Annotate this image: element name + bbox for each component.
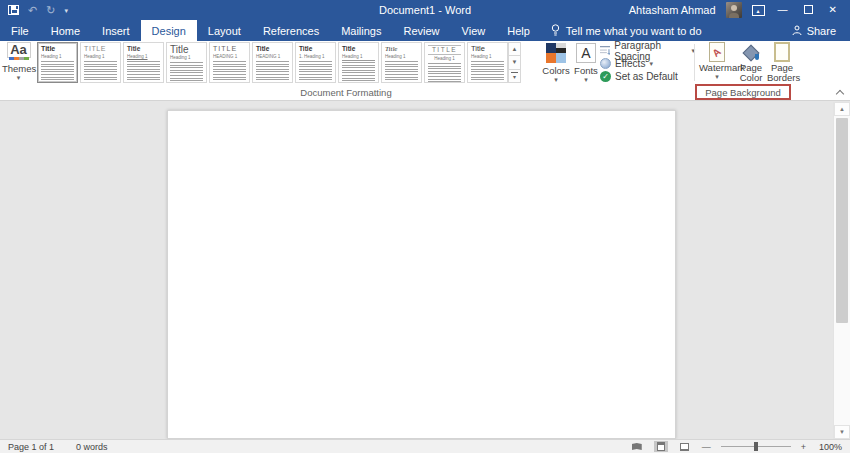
tab-insert[interactable]: Insert <box>91 20 141 41</box>
page-background-group-label: Page Background <box>705 87 781 98</box>
word-window: ↶ ↻ ▾ Document1 - Word Ahtasham Ahmad ▴ … <box>0 0 850 453</box>
thumbnail-body-lines <box>84 61 117 80</box>
watermark-label: Watermark <box>699 63 735 73</box>
scroll-down-icon[interactable]: ▼ <box>834 425 850 439</box>
style-set-thumbnail[interactable]: Title Heading 1 <box>123 42 164 83</box>
fonts-button[interactable]: A Fonts ▾ <box>572 42 600 83</box>
style-set-thumbnail[interactable]: Title Heading 1 <box>338 42 379 83</box>
restore-button[interactable] <box>801 5 816 16</box>
fonts-icon: A <box>576 43 596 63</box>
colors-label: Colors <box>540 65 572 76</box>
thumbnail-body-lines <box>170 62 203 81</box>
colors-button[interactable]: Colors ▾ <box>540 42 572 83</box>
effects-icon <box>600 58 611 69</box>
set-as-default-button[interactable]: ✓ Set as Default <box>600 70 695 83</box>
thumbnail-body-lines <box>471 61 504 80</box>
user-avatar[interactable] <box>726 2 742 18</box>
page-borders-label-2: Borders <box>767 73 797 83</box>
status-right: — + 100% <box>630 441 850 452</box>
paragraph-spacing-icon <box>600 45 610 56</box>
share-person-icon <box>792 25 802 36</box>
style-set-thumbnail[interactable]: Title Heading 1 <box>467 42 508 83</box>
tab-references[interactable]: References <box>252 20 330 41</box>
web-layout-button[interactable] <box>678 441 692 452</box>
zoom-out-button[interactable]: — <box>702 442 711 452</box>
print-layout-button[interactable] <box>654 441 668 452</box>
lightbulb-icon <box>551 24 560 37</box>
style-set-thumbnail[interactable]: TITLE Heading 1 <box>424 42 465 83</box>
tab-layout[interactable]: Layout <box>197 20 252 41</box>
thumbnail-body-lines <box>256 61 289 80</box>
read-mode-button[interactable] <box>630 441 644 452</box>
close-button[interactable]: ✕ <box>826 5 840 15</box>
fonts-label: Fonts <box>572 65 600 76</box>
user-name[interactable]: Ahtasham Ahmad <box>629 4 716 16</box>
ribbon-display-options-icon[interactable]: ▴ <box>752 5 765 16</box>
chevron-down-icon: ▾ <box>540 76 572 83</box>
themes-button[interactable]: Aa Themes ▾ <box>2 42 35 83</box>
read-mode-icon <box>632 443 642 450</box>
zoom-level[interactable]: 100% <box>816 442 842 452</box>
tab-view[interactable]: View <box>451 20 497 41</box>
tab-design[interactable]: Design <box>141 20 197 41</box>
document-canvas-area: ▲ ▼ <box>0 102 850 439</box>
title-bar: ↶ ↻ ▾ Document1 - Word Ahtasham Ahmad ▴ … <box>0 0 850 20</box>
minimize-button[interactable]: — <box>775 5 791 15</box>
tab-review[interactable]: Review <box>393 20 451 41</box>
chevron-down-icon: ▾ <box>2 74 35 81</box>
paragraph-spacing-button[interactable]: Paragraph Spacing ▾ <box>600 44 695 57</box>
chevron-down-icon: ▾ <box>699 73 735 80</box>
thumbnail-body-lines <box>428 63 461 82</box>
tell-me-box[interactable]: Tell me what you want to do <box>541 20 712 41</box>
tab-file[interactable]: File <box>0 20 40 41</box>
gallery-more-button[interactable]: ▾ <box>508 70 521 83</box>
gallery-scroll-up-button[interactable]: ▲ <box>508 42 521 56</box>
thumbnail-body-lines <box>299 61 332 80</box>
checkmark-icon: ✓ <box>600 71 611 82</box>
style-set-thumbnail[interactable]: Title Heading 1 <box>166 42 207 83</box>
thumbnail-body-lines <box>342 62 375 81</box>
style-set-thumbnail[interactable]: TITLE Heading 1 <box>80 42 121 83</box>
collapse-ribbon-icon[interactable] <box>837 89 844 96</box>
tell-me-label: Tell me what you want to do <box>566 25 702 37</box>
share-button[interactable]: Share <box>792 20 850 41</box>
zoom-slider-thumb[interactable] <box>754 442 758 451</box>
document-page[interactable] <box>167 110 676 439</box>
ribbon-group-labels: Document Formatting Page Background <box>0 84 850 101</box>
effects-label: Effects <box>615 58 645 69</box>
gallery-scroll-controls: ▲ ▼ ▾ <box>508 42 521 83</box>
thumbnail-body-lines <box>41 61 74 80</box>
scrollbar-thumb[interactable] <box>836 118 848 323</box>
style-set-thumbnail[interactable]: Title Heading 1 <box>37 42 78 83</box>
word-count[interactable]: 0 words <box>76 442 108 452</box>
style-set-thumbnail[interactable]: Title 1. Heading 1 <box>295 42 336 83</box>
zoom-in-button[interactable]: + <box>801 442 806 452</box>
paint-bucket-icon <box>742 43 760 61</box>
style-set-thumbnail[interactable]: Title Heading 1 <box>381 42 422 83</box>
titlebar-controls: Ahtasham Ahmad ▴ — ✕ <box>629 2 850 18</box>
page-borders-button[interactable]: Page Borders <box>767 42 797 83</box>
gallery-scroll-down-button[interactable]: ▼ <box>508 56 521 69</box>
tab-help[interactable]: Help <box>496 20 541 41</box>
watermark-button[interactable]: A Watermark ▾ <box>699 42 735 80</box>
colors-icon <box>546 43 566 63</box>
chevron-down-icon: ▾ <box>572 76 600 83</box>
style-set-thumbnail[interactable]: TITLE HEADING 1 <box>209 42 250 83</box>
share-label: Share <box>807 25 836 37</box>
thumbnail-body-lines <box>213 61 246 80</box>
scroll-up-icon[interactable]: ▲ <box>834 102 850 116</box>
tab-home[interactable]: Home <box>40 20 91 41</box>
page-indicator[interactable]: Page 1 of 1 <box>8 442 54 452</box>
page-background-highlight: Page Background <box>695 84 791 100</box>
zoom-slider[interactable] <box>721 446 791 447</box>
formatting-options-column: Paragraph Spacing ▾ Effects ▾ ✓ Set as D… <box>600 44 695 83</box>
web-layout-icon <box>680 443 689 451</box>
watermark-icon: A <box>709 42 725 62</box>
page-borders-icon <box>774 42 790 62</box>
ribbon-design: Aa Themes ▾ Title Heading 1 TITLE Headin… <box>0 41 850 84</box>
tab-mailings[interactable]: Mailings <box>330 20 392 41</box>
more-bar-icon <box>511 72 518 73</box>
style-set-thumbnail[interactable]: Title HEADING 1 <box>252 42 293 83</box>
print-layout-icon <box>657 442 665 451</box>
vertical-scrollbar[interactable]: ▲ ▼ <box>833 102 850 439</box>
